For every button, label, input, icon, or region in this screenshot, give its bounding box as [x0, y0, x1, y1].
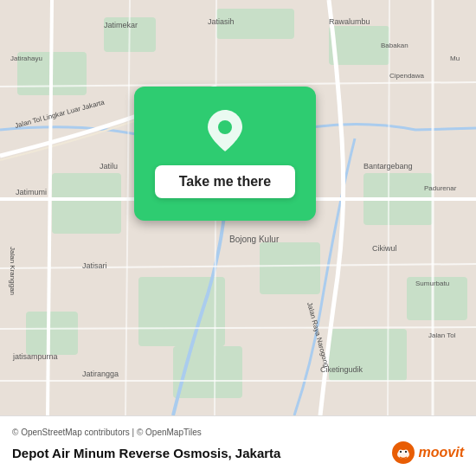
location-name: Depot Air Minum Reverse Osmosis, Jakarta: [12, 446, 280, 460]
svg-text:Jatirangga: Jatirangga: [82, 370, 119, 378]
svg-text:Cikiwul: Cikiwul: [372, 244, 397, 253]
svg-text:Ciketingudik: Ciketingudik: [320, 365, 363, 374]
svg-point-41: [404, 451, 406, 453]
svg-rect-5: [52, 173, 121, 234]
svg-text:Jatirahayu: Jatirahayu: [10, 55, 42, 62]
moovit-logo: moovit: [391, 441, 464, 465]
svg-text:Mu: Mu: [450, 55, 460, 62]
attribution-text: © OpenStreetMap contributors | © OpenMap…: [12, 428, 464, 437]
svg-text:Jatimekar: Jatimekar: [104, 21, 138, 29]
svg-text:Jatiasih: Jatiasih: [208, 17, 235, 26]
svg-rect-6: [138, 277, 225, 346]
svg-rect-8: [260, 242, 320, 294]
location-pin-icon: [208, 110, 242, 155]
moovit-icon: [391, 441, 415, 465]
bottom-bar: © OpenStreetMap contributors | © OpenMap…: [0, 415, 476, 476]
svg-text:jatisampurna: jatisampurna: [12, 352, 58, 361]
svg-text:Jatilu: Jatilu: [100, 162, 118, 170]
svg-text:Jatimumi: Jatimumi: [16, 188, 47, 196]
svg-rect-7: [26, 312, 78, 355]
svg-text:Cipendawa: Cipendawa: [389, 72, 425, 80]
svg-text:Bantargebang: Bantargebang: [363, 162, 413, 170]
moovit-text: moovit: [419, 445, 464, 460]
svg-text:Bojong Kulur: Bojong Kulur: [229, 235, 280, 244]
svg-text:Jalan Tol: Jalan Tol: [428, 331, 456, 339]
svg-text:Padurenar: Padurenar: [424, 184, 457, 192]
svg-text:Sumurbatu: Sumurbatu: [415, 280, 449, 287]
svg-text:Rawalumbu: Rawalumbu: [329, 17, 370, 26]
svg-text:Babakan: Babakan: [381, 42, 408, 49]
svg-point-40: [399, 451, 401, 453]
svg-point-35: [218, 120, 232, 134]
bottom-row: Depot Air Minum Reverse Osmosis, Jakarta…: [12, 441, 464, 465]
take-me-there-button[interactable]: Take me there: [155, 165, 295, 198]
navigation-card[interactable]: Take me there: [134, 87, 316, 221]
svg-text:Jalan Kranggan: Jalan Kranggan: [9, 247, 16, 295]
svg-text:Jatisari: Jatisari: [82, 261, 107, 270]
map-container: Rawalumbu Babakan Jatiasih Jatimekar Jat…: [0, 0, 476, 415]
